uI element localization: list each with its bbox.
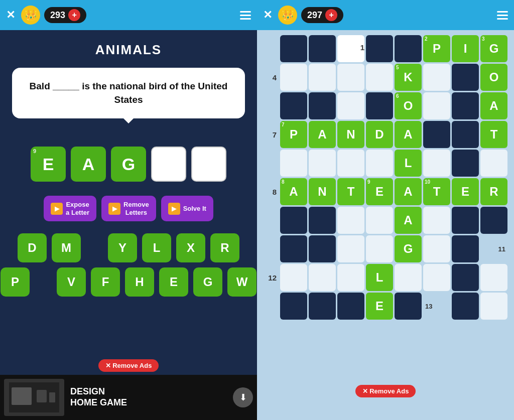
left-remove-ads-button[interactable]: ✕ Remove Ads (98, 359, 159, 372)
solve-label: Solve It (183, 205, 206, 213)
cell-r3c3: D (366, 121, 393, 148)
ad-image (4, 379, 64, 416)
cell-r6c2 (337, 207, 364, 234)
right-menu-button[interactable] (497, 11, 508, 20)
cell-r6c5 (423, 207, 450, 234)
right-score-pill: 297 + (301, 7, 343, 23)
cell-r8c1 (309, 264, 336, 291)
cell-r3c4: A (395, 121, 422, 148)
cell-r0c0 (280, 35, 307, 62)
answer-tile-1[interactable]: 9 E (31, 147, 66, 182)
cell-r0c6: I (452, 35, 479, 62)
cell-r9c4 (395, 293, 422, 320)
cell-r1c2 (337, 64, 364, 91)
answer-tile-5[interactable] (191, 147, 226, 182)
cell-r9c6 (452, 293, 479, 320)
row-label-8: 8 (264, 178, 279, 205)
answer-tile-4[interactable] (151, 147, 186, 182)
cell-r2c0 (280, 92, 307, 119)
svg-rect-2 (37, 390, 47, 402)
cell-r3c1: A (309, 121, 336, 148)
right-crown-icon: 👑 (278, 6, 297, 25)
key-D[interactable]: D (18, 233, 47, 262)
remove-icon: ▶ (108, 203, 120, 215)
cell-r0c5: 2 P (423, 35, 450, 62)
cell-r2c1 (309, 92, 336, 119)
cell-r1c3 (366, 64, 393, 91)
cell-r8c6 (452, 264, 479, 291)
cell-r1c7: O (480, 64, 507, 91)
solve-icon: ▶ (168, 203, 180, 215)
row-label-4: 4 (264, 64, 279, 91)
cell-r7c3 (366, 235, 393, 262)
ad-download-button[interactable]: ⬇ (233, 387, 253, 407)
key-M[interactable]: M (52, 233, 81, 262)
cell-r5c4: A (395, 178, 422, 205)
cell-r6c6 (452, 207, 479, 234)
left-ad-banner: DESIGNHOME GAME ⬇ (0, 375, 257, 420)
right-remove-ads-button[interactable]: ✕ Remove Ads (355, 385, 416, 397)
key-R[interactable]: R (210, 233, 239, 262)
cell-r6c7 (480, 207, 507, 234)
cell-r0c4 (395, 35, 422, 62)
cell-r8c2 (337, 264, 364, 291)
crossword-grid: 1 2 P I 3 G 4 5 K O (264, 35, 507, 377)
cell-r4c3 (366, 150, 393, 177)
cell-r8c0 (280, 264, 307, 291)
cell-r2c4: 6 O (395, 92, 422, 119)
key-X[interactable]: X (176, 233, 205, 262)
answer-row: 9 E A G (31, 147, 226, 182)
cell-r7c1 (309, 235, 336, 262)
cell-r4c4: L (395, 150, 422, 177)
row-label-7: 7 (264, 121, 279, 148)
cell-r9c7 (480, 293, 507, 320)
cell-r4c2 (337, 150, 364, 177)
cell-r5c3: 9 E (366, 178, 393, 205)
cell-r1c5 (423, 64, 450, 91)
answer-tile-3[interactable]: G (111, 147, 146, 182)
cell-r2c2 (337, 92, 364, 119)
cell-r1c1 (309, 64, 336, 91)
cell-r0c3 (366, 35, 393, 62)
cell-r0c7: 3 G (480, 35, 507, 62)
clue-number-11: 11 (480, 235, 507, 262)
cell-r7c4: G (395, 235, 422, 262)
cell-r2c5 (423, 92, 450, 119)
right-close-button[interactable]: ✕ (263, 9, 272, 22)
answer-tile-2[interactable]: A (71, 147, 106, 182)
expose-icon: ▶ (51, 203, 63, 215)
ad-text: DESIGNHOME GAME (70, 386, 127, 408)
cell-r8c3: L (366, 264, 393, 291)
solve-it-button[interactable]: ▶ Solve It (161, 196, 213, 221)
cell-r5c6: E (452, 178, 479, 205)
cell-r1c0 (280, 64, 307, 91)
key-P[interactable]: P (1, 267, 30, 297)
key-L[interactable]: L (142, 233, 171, 262)
remove-letters-button[interactable]: ▶ RemoveLetters (101, 196, 156, 221)
cell-r2c7: A (480, 92, 507, 119)
cell-r5c1: N (309, 178, 336, 205)
remove-label: RemoveLetters (123, 201, 149, 216)
crossword-area: 1 2 P I 3 G 4 5 K O (257, 30, 514, 420)
left-plus-button[interactable]: + (68, 9, 80, 21)
left-close-button[interactable]: ✕ (6, 9, 15, 22)
left-crown-icon: 👑 (21, 6, 40, 25)
key-V[interactable]: V (57, 267, 86, 297)
left-top-bar: ✕ 👑 293 + (0, 0, 257, 30)
key-G[interactable]: G (193, 267, 222, 297)
cell-r1c4: 5 K (395, 64, 422, 91)
left-menu-button[interactable] (240, 11, 251, 20)
cell-r5c5: 10 T (423, 178, 450, 205)
key-W[interactable]: W (227, 267, 256, 297)
row-label-12: 12 (264, 264, 279, 291)
keyboard: D M Y L X R P V F H E G W (1, 233, 256, 297)
cell-r6c0 (280, 207, 307, 234)
key-Y[interactable]: Y (108, 233, 137, 262)
expose-letter-button[interactable]: ▶ Exposea Letter (44, 196, 96, 221)
key-F[interactable]: F (91, 267, 120, 297)
cell-r3c0: 7 P (280, 121, 307, 148)
right-plus-button[interactable]: + (325, 9, 337, 21)
key-E[interactable]: E (159, 267, 188, 297)
left-bottom: ✕ Remove Ads DESIGNHOME GAME ⬇ (0, 359, 257, 420)
key-H[interactable]: H (125, 267, 154, 297)
